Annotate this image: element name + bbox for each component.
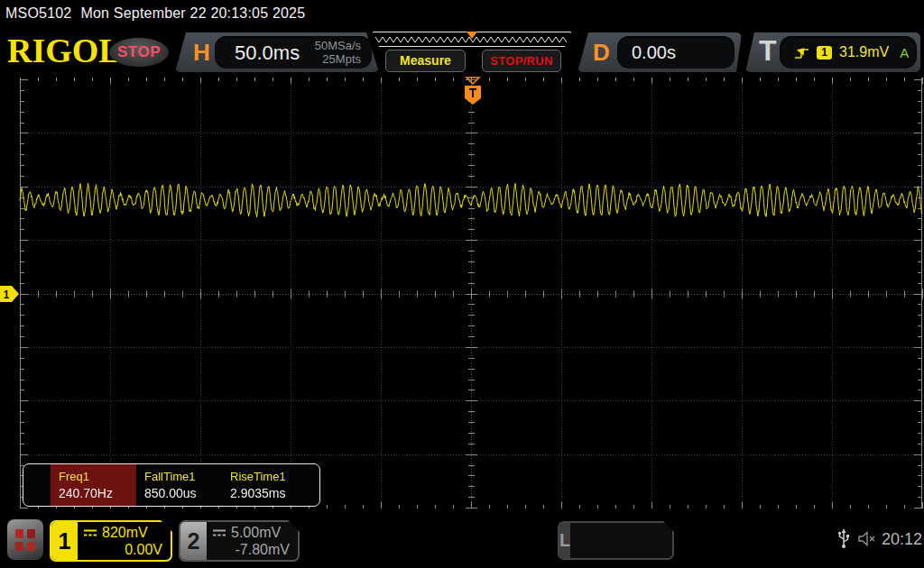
delay-label: D: [593, 39, 610, 67]
svg-text:T: T: [469, 86, 477, 100]
trigger-position-marker[interactable]: T: [461, 76, 485, 106]
channel1-values: 820mV 0.00V: [78, 522, 171, 560]
measurement-label: RiseTime1: [230, 470, 308, 483]
overview-trigger-position-icon[interactable]: [467, 32, 477, 39]
measurement-label: FallTime1: [144, 470, 222, 483]
channel1-offset: 0.00V: [83, 542, 162, 558]
channel2-status-block[interactable]: 2 5.00mV -7.80mV: [179, 520, 300, 562]
channel2-number-tab: 2: [180, 522, 207, 560]
trigger-label: T: [759, 34, 777, 68]
datetime: Mon September 22 20:13:05 2025: [80, 5, 305, 21]
sample-rate: 50MSa/s: [315, 39, 361, 52]
channel1-number-tab: 1: [51, 522, 78, 560]
timebase-value: 50.0ms: [235, 41, 300, 65]
measurement-value: 2.9035ms: [230, 486, 308, 500]
measurement-label: Freq1: [59, 470, 136, 483]
model-name: MSO5102: [5, 5, 71, 21]
trigger-source-badge: 1: [817, 46, 832, 60]
channel1-offset-marker[interactable]: 1: [0, 286, 20, 302]
channel2-offset: -7.80mV: [212, 542, 290, 558]
rising-edge-icon: [794, 46, 809, 60]
channel2-scale: 5.00mV: [231, 525, 281, 541]
sample-rate-and-depth: 50MSa/s 25Mpts: [315, 39, 361, 66]
oscilloscope-screen: MSO5102Mon September 22 20:13:05 2025 RI…: [0, 0, 924, 568]
rigol-logo: RIGOL: [7, 31, 122, 70]
digital-row-0-7: 0 1 2 3 4 5 6 7: [576, 555, 671, 560]
trigger-mode-auto: A: [900, 45, 909, 60]
stop-run-button[interactable]: STOP/RUN: [482, 50, 561, 72]
system-clock: 20:12: [882, 530, 922, 549]
graticule-waveform-canvas: [0, 78, 924, 508]
delay-value: 0.00s: [632, 42, 676, 63]
digital-channels-block[interactable]: L 0 1 2 3 4 5 6 7 8 9 10 11 12 13 14 15: [558, 521, 674, 560]
header-bar: RIGOL STOP H 50.0ms 50MSa/s 25Mpts Measu…: [0, 27, 924, 76]
usb-icon: [837, 527, 850, 549]
channel1-status-block[interactable]: 1 820mV 0.00V: [50, 520, 172, 562]
trigger-pill: 1 31.9mV A: [780, 36, 917, 69]
speaker-muted-icon: [857, 531, 877, 546]
measurement-value: 240.70Hz: [59, 486, 136, 500]
horizontal-pill: 50.0ms 50MSa/s 25Mpts: [215, 36, 372, 69]
channel2-values: 5.00mV -7.80mV: [207, 522, 298, 560]
digital-label: L: [559, 523, 570, 558]
measurement-value: 850.00us: [144, 486, 222, 500]
measure-button[interactable]: Measure: [385, 50, 466, 72]
function-navigation-button[interactable]: [7, 519, 43, 560]
trigger-panel[interactable]: T 1 31.9mV A: [745, 32, 920, 72]
horizontal-panel[interactable]: H 50.0ms 50MSa/s 25Mpts: [175, 32, 379, 72]
channel1-scale: 820mV: [102, 525, 148, 541]
red-grid-icon: [15, 529, 35, 551]
svg-text:1: 1: [4, 289, 10, 301]
trigger-level-value: 31.9mV: [839, 44, 889, 60]
measurement-risetime1[interactable]: RiseTime1 2.9035ms: [222, 464, 308, 506]
memory-depth: 25Mpts: [315, 52, 361, 66]
measurement-falltime1[interactable]: FallTime1 850.00us: [136, 464, 222, 506]
topbar: MSO5102Mon September 22 20:13:05 2025: [0, 0, 924, 27]
digital-channel-numbers: 0 1 2 3 4 5 6 7 8 9 10 11 12 13 14 15: [570, 523, 673, 558]
dc-coupling-icon: [212, 528, 226, 537]
measurement-freq1[interactable]: Freq1 240.70Hz: [51, 464, 136, 506]
delay-pill: 0.00s: [617, 36, 735, 69]
measurement-results-box: Freq1 240.70Hz FallTime1 850.00us RiseTi…: [23, 463, 320, 507]
horizontal-label: H: [193, 39, 210, 67]
delay-panel[interactable]: D 0.00s: [578, 32, 742, 72]
dc-coupling-icon: [83, 528, 97, 537]
run-state-badge[interactable]: STOP: [109, 38, 169, 67]
